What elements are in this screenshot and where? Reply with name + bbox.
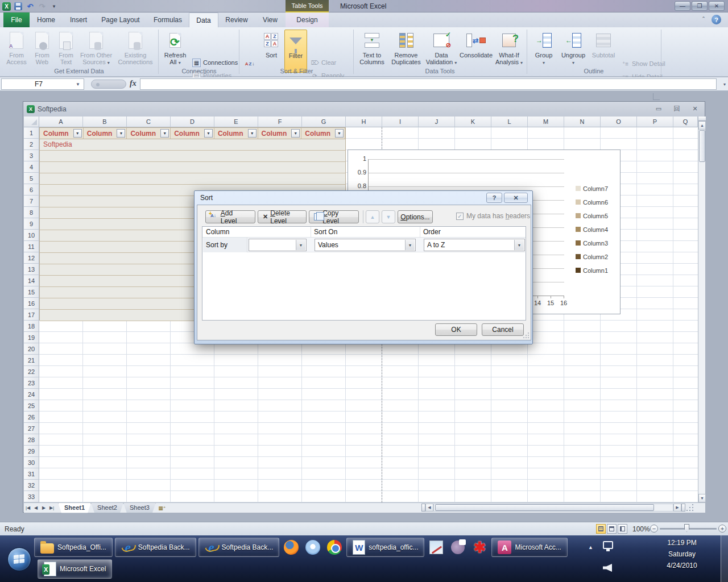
dropdown-arrow-icon[interactable]: ▼ <box>296 240 305 250</box>
vertical-scrollbar[interactable]: ▲ ▼ <box>698 117 705 502</box>
sort-on-dropdown[interactable]: Values ▼ <box>315 239 416 251</box>
page-layout-view-button[interactable] <box>607 524 617 534</box>
column-header-D[interactable]: D <box>171 117 214 127</box>
horizontal-scroll-thumb[interactable] <box>435 504 654 511</box>
workbook-close-button[interactable]: ✕ <box>690 105 700 113</box>
excel-app-icon[interactable]: X <box>2 2 11 11</box>
filter-dropdown-icon[interactable]: ▼ <box>248 129 257 138</box>
filter-dropdown-icon[interactable]: ▼ <box>291 129 300 138</box>
row-header-16[interactable]: 16 <box>24 298 39 309</box>
filter-dropdown-icon[interactable]: ▼ <box>73 129 82 138</box>
sort-column-dropdown[interactable]: ▼ <box>249 239 307 251</box>
row-header-5[interactable]: 5 <box>24 173 39 184</box>
options-button[interactable]: Options... <box>398 210 433 223</box>
dialog-help-icon[interactable]: ? <box>486 193 502 203</box>
scroll-left-icon[interactable]: ◀ <box>425 504 433 512</box>
restore-button[interactable]: ❐ <box>692 1 708 11</box>
row-header-9[interactable]: 9 <box>24 218 39 230</box>
row-header-7[interactable]: 7 <box>24 196 39 207</box>
page-break-view-button[interactable] <box>618 524 627 534</box>
row-header-33[interactable]: 33 <box>24 491 39 502</box>
tab-page-layout[interactable]: Page Layout <box>94 13 147 27</box>
row-header-15[interactable]: 15 <box>24 286 39 298</box>
select-all-corner[interactable] <box>24 117 39 127</box>
row-header-4[interactable]: 4 <box>24 161 39 173</box>
column-header-I[interactable]: I <box>382 117 419 127</box>
taskbar-button-ie[interactable]: eSoftpedia Back... <box>115 538 196 557</box>
insert-function-icon[interactable]: fx <box>130 79 136 88</box>
taskbar-icon-paint[interactable] <box>427 538 446 557</box>
show-desktop-button[interactable] <box>721 535 728 582</box>
minimize-button[interactable]: — <box>675 1 690 11</box>
tab-data[interactable]: Data <box>189 13 218 27</box>
row-header-28[interactable]: 28 <box>24 434 39 446</box>
filter-dropdown-icon[interactable]: ▼ <box>204 129 213 138</box>
row-header-32[interactable]: 32 <box>24 480 39 491</box>
column-header-J[interactable]: J <box>419 117 455 127</box>
taskbar-button-access[interactable]: Microsoft Acc... <box>491 538 567 557</box>
taskbar-clock[interactable]: 12:19 PM Saturday 4/24/2010 <box>645 539 719 573</box>
row-header-6[interactable]: 6 <box>24 184 39 196</box>
row-header-8[interactable]: 8 <box>24 207 39 218</box>
ok-button[interactable]: OK <box>435 323 477 336</box>
ungroup-button[interactable]: ← Ungroup▾ <box>559 30 588 73</box>
taskbar-button-ie[interactable]: eSoftpedia Back... <box>198 538 280 557</box>
column-header-B[interactable]: B <box>83 117 127 127</box>
dialog-close-icon[interactable]: ✕ <box>504 193 528 203</box>
column-header-H[interactable]: H <box>346 117 382 127</box>
row-header-24[interactable]: 24 <box>24 389 39 400</box>
copy-level-button[interactable]: Copy Level <box>309 210 359 223</box>
row-header-19[interactable]: 19 <box>24 332 39 343</box>
order-dropdown[interactable]: A to Z ▼ <box>424 239 525 251</box>
tab-design[interactable]: Design <box>286 13 329 27</box>
taskbar-button-excel[interactable]: Microsoft Excel <box>38 559 112 579</box>
start-button[interactable] <box>7 547 31 571</box>
tab-split-handle[interactable] <box>681 504 685 512</box>
volume-icon[interactable] <box>603 564 612 572</box>
taskbar-icon-chrome[interactable] <box>325 538 344 557</box>
sheet-tab-sheet2[interactable]: Sheet2 <box>91 503 123 513</box>
column-header-N[interactable]: N <box>564 117 601 127</box>
row-header-18[interactable]: 18 <box>24 321 39 332</box>
cancel-button[interactable]: Cancel <box>482 323 524 336</box>
column-header-O[interactable]: O <box>601 117 637 127</box>
row-header-30[interactable]: 30 <box>24 457 39 468</box>
column-header-G[interactable]: G <box>302 117 346 127</box>
zoom-in-icon[interactable]: + <box>718 525 726 533</box>
taskbar-button-word[interactable]: softpedia_offic... <box>346 538 424 557</box>
workbook-restore-button[interactable]: 回 <box>672 105 682 113</box>
row-header-29[interactable]: 29 <box>24 446 39 457</box>
row-header-23[interactable]: 23 <box>24 377 39 389</box>
tab-insert[interactable]: Insert <box>63 13 94 27</box>
row-header-20[interactable]: 20 <box>24 343 39 355</box>
tab-view[interactable]: View <box>255 13 286 27</box>
previous-sheet-icon[interactable]: ◀ <box>32 504 40 513</box>
group-button[interactable]: → Group▾ <box>531 30 556 73</box>
scroll-down-icon[interactable]: ▼ <box>698 494 706 502</box>
tab-review[interactable]: Review <box>218 13 255 27</box>
sheet-tab-sheet3[interactable]: Sheet3 <box>123 503 156 513</box>
column-header-Q[interactable]: Q <box>673 117 698 127</box>
tab-file[interactable]: File <box>3 13 30 27</box>
name-box-dropdown-icon[interactable]: ▼ <box>76 82 84 87</box>
sort-button[interactable]: AZZA Sort <box>259 30 283 73</box>
close-button[interactable]: ✕ <box>709 1 725 11</box>
taskbar-icon-red-creature[interactable]: ✱ <box>470 538 489 557</box>
taskbar-icon-chromium[interactable] <box>303 538 322 557</box>
horizontal-scroll-track[interactable] <box>433 504 673 512</box>
column-header-A[interactable]: A <box>39 117 83 127</box>
save-icon[interactable] <box>14 2 23 11</box>
column-header-L[interactable]: L <box>491 117 528 127</box>
dropdown-arrow-icon[interactable]: ▼ <box>514 240 524 250</box>
column-header-F[interactable]: F <box>258 117 302 127</box>
undo-icon[interactable]: ↶ <box>26 2 35 11</box>
insert-worksheet-icon[interactable]: ▦⁺ <box>156 504 168 513</box>
sort-dialog-title[interactable]: Sort <box>197 191 530 205</box>
consolidate-button[interactable]: ⇄ Consolidate <box>460 30 493 73</box>
row-header-27[interactable]: 27 <box>24 423 39 434</box>
row-header-13[interactable]: 13 <box>24 264 39 275</box>
scroll-right-icon[interactable]: ▶ <box>673 504 681 512</box>
column-header-K[interactable]: K <box>455 117 491 127</box>
outline-dialog-launcher-icon[interactable] <box>653 93 660 100</box>
what-if-analysis-button[interactable]: ? What-If Analysis ▾ <box>494 30 524 73</box>
